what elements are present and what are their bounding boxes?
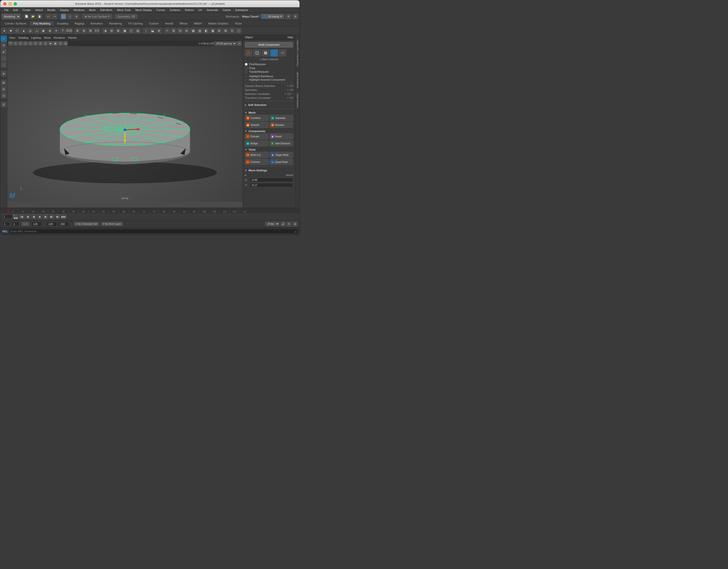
menu-modify[interactable]: Modify	[45, 8, 57, 12]
vs-3[interactable]: 3	[23, 41, 28, 46]
symmetry-badge[interactable]: Symmetry: Off	[115, 14, 137, 19]
no-char-set-btn[interactable]: ▾ No Character Set	[74, 222, 99, 226]
quad-draw-btn[interactable]: ◻ Quad Draw	[270, 159, 293, 165]
vtab-modeling-toolkit[interactable]: Modeling Toolkit	[296, 69, 300, 90]
vs-2[interactable]: 2	[18, 41, 23, 46]
start-frame-input[interactable]	[2, 222, 10, 226]
close-button[interactable]	[3, 2, 6, 5]
tool20[interactable]: ⊕	[184, 28, 190, 34]
marquee-btn[interactable]: ⬚	[1, 55, 7, 61]
tab-fx-caching[interactable]: FX Caching	[125, 21, 146, 26]
connect-btn[interactable]: — Connect	[245, 159, 269, 165]
vs-4[interactable]: 4	[28, 41, 33, 46]
vs-wire[interactable]: ◻	[43, 41, 48, 46]
tab-rigging[interactable]: Rigging	[72, 21, 87, 26]
tool1[interactable]: ✦	[53, 28, 59, 34]
list-btn[interactable]: ☰	[1, 102, 7, 108]
tool4[interactable]: ⊕	[74, 28, 80, 34]
open-scene-btn[interactable]: 📂	[30, 14, 36, 19]
grid-status-btn[interactable]: ⊞	[293, 222, 298, 227]
selection-constraint-val[interactable]: ▾ Off ●	[285, 92, 293, 95]
tool3[interactable]: SVG	[66, 28, 72, 34]
audio-btn[interactable]: 🔊	[281, 222, 286, 227]
tab-bifrost[interactable]: Bifrost	[177, 21, 190, 26]
add-divisions-btn[interactable]: + Add Divisions	[270, 140, 293, 146]
menu-file[interactable]: File	[2, 8, 11, 12]
user-badge[interactable]: 👤 JD Hardy ▾	[261, 14, 284, 19]
play-back-btn[interactable]: ◀	[31, 214, 36, 219]
snap2-btn[interactable]: ⊡	[1, 93, 7, 99]
prev-key-btn[interactable]: |◀	[19, 214, 24, 219]
tool5[interactable]: ⊗	[81, 28, 87, 34]
mesh-header[interactable]: ▼ Mesh	[245, 110, 293, 115]
tool25[interactable]: ⊞	[216, 28, 222, 34]
tool9[interactable]: ⊞	[109, 28, 115, 34]
vs-5[interactable]: 5	[33, 41, 38, 46]
tool14[interactable]: ↕	[143, 28, 149, 34]
cone-btn[interactable]: ▲	[21, 28, 27, 34]
bridge-btn[interactable]: ⊠ Bridge	[245, 140, 269, 146]
vtab-channel-box[interactable]: Channel Box / Layer Editor	[296, 37, 300, 69]
soft-selection-header[interactable]: ▶ Soft Selection	[245, 103, 293, 107]
vs-tex[interactable]: ◧	[53, 41, 58, 46]
renderer-menu[interactable]: Renderer	[54, 36, 65, 39]
highlight-backfaces-item[interactable]: ✓ Highlight Backfaces	[245, 75, 293, 78]
frame-counter-display[interactable]: ☐ 1	[21, 222, 29, 226]
menu-surfaces[interactable]: Surfaces	[168, 8, 182, 12]
object-mode-btn[interactable]	[270, 49, 278, 56]
expand-btn[interactable]: ⤢	[237, 41, 242, 46]
tab-sculpting[interactable]: Sculpting	[54, 21, 71, 26]
grid-btn[interactable]: ⊞	[293, 14, 298, 19]
redo-btn[interactable]: ↪	[52, 14, 57, 19]
tab-arnold[interactable]: Arnold	[162, 21, 176, 26]
pick-marquee-option[interactable]: Pick/Marquee	[245, 63, 293, 66]
viewport[interactable]: View Shading Lighting Show Renderer Pane…	[7, 35, 243, 208]
undo-btn[interactable]: ↩	[45, 14, 51, 19]
menu-cache[interactable]: Cache	[221, 8, 233, 12]
show-menu[interactable]: Show	[44, 36, 51, 39]
tab-animation[interactable]: Animation	[87, 21, 106, 26]
menu-generate[interactable]: Generate	[205, 8, 220, 12]
tab-rendering[interactable]: Rendering	[106, 21, 125, 26]
plane-btn[interactable]: ▭	[34, 28, 40, 34]
grid2-btn[interactable]: ⊟	[1, 86, 7, 92]
tool13[interactable]: ▤	[135, 28, 141, 34]
sphere-btn[interactable]: ●	[1, 28, 7, 34]
move-settings-header[interactable]: ▼ Move Settings	[245, 168, 293, 173]
multi-cut-btn[interactable]: ✂ Multi-Cut	[245, 152, 269, 158]
tweak-marquee-option[interactable]: Tweak/Marquee	[245, 70, 293, 73]
bevel-btn[interactable]: ◈ Bevel	[270, 133, 293, 139]
tool22[interactable]: ▤	[197, 28, 203, 34]
camera-based-val[interactable]: ▾ Off	[287, 84, 293, 87]
x-value-input[interactable]	[250, 178, 293, 182]
new-scene-btn[interactable]: 📄	[24, 14, 29, 19]
tab-mash[interactable]: MASH	[191, 21, 205, 26]
lasso-btn[interactable]: ◌	[1, 62, 7, 68]
menu-edit[interactable]: Edit	[11, 8, 20, 12]
transform-constraint-val[interactable]: ▾ Off	[287, 96, 293, 99]
go-start-btn[interactable]: |◀◀	[13, 214, 18, 219]
select-mode-btn[interactable]: ↖	[1, 36, 7, 42]
vertex-mode-btn[interactable]	[245, 49, 252, 56]
settings-btn[interactable]: ⚙	[286, 14, 291, 19]
no-anim-layer-btn[interactable]: ▾ No Anim Layer	[101, 222, 123, 226]
menu-mesh[interactable]: Mesh	[87, 8, 98, 12]
pick-marquee-radio[interactable]	[245, 63, 248, 66]
lighting-menu[interactable]: Lighting	[31, 36, 41, 39]
playback-start[interactable]	[47, 222, 57, 226]
vs-solid[interactable]: ■	[48, 41, 53, 46]
tool10[interactable]: ⊠	[115, 28, 121, 34]
select-tool-btn[interactable]: ▷	[61, 14, 66, 19]
tab-poly-modeling[interactable]: Poly Modeling	[30, 21, 53, 26]
separate-btn[interactable]: ⊟ Separate	[270, 115, 293, 121]
tool7[interactable]: 0.5	[94, 28, 100, 34]
stop-btn[interactable]: ■	[37, 214, 42, 219]
pivot-btn[interactable]: ⊞	[1, 80, 7, 86]
drag-radio[interactable]	[245, 67, 248, 69]
tool2[interactable]: T	[60, 28, 66, 34]
menu-uv[interactable]: UV	[196, 8, 204, 12]
next-frame-btn[interactable]: ▶|	[49, 214, 54, 219]
face-mode-btn[interactable]	[262, 49, 269, 56]
range-end-input[interactable]	[31, 222, 41, 226]
tool15[interactable]: ⬓	[149, 28, 155, 34]
